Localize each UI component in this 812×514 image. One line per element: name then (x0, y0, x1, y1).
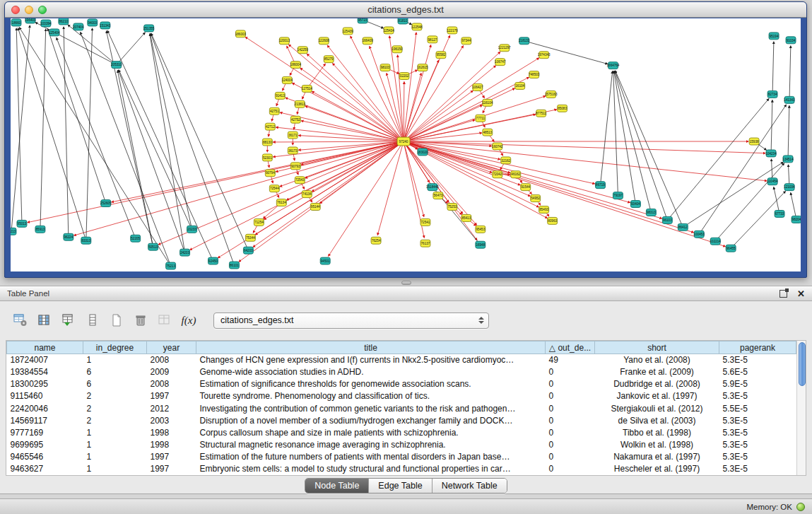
graph-node[interactable]: 82734 (767, 90, 777, 98)
graph-node[interactable]: 72543 (295, 177, 305, 184)
table-row[interactable]: 911546021997Tourette syndrome. Phenomeno… (7, 390, 796, 402)
table-vertical-scrollbar[interactable] (796, 341, 806, 475)
graph-node[interactable]: 85279 (324, 56, 334, 63)
scrollbar-thumb[interactable] (799, 342, 806, 386)
graph-node[interactable]: 1221297 (498, 45, 511, 52)
graph-node[interactable]: 48513 (483, 129, 493, 136)
graph-node[interactable]: 42712 (265, 123, 275, 130)
graph-node[interactable]: 94003 (88, 19, 98, 26)
graph-node[interactable]: 218133 (519, 37, 530, 45)
graph-node[interactable]: 32162 (501, 157, 511, 164)
graph-node[interactable]: 120013 (279, 37, 290, 45)
graph-node[interactable]: 79197 (613, 192, 623, 199)
graph-node[interactable]: 186004 (290, 62, 302, 69)
graph-node[interactable]: 98103 (380, 64, 390, 71)
graph-node[interactable]: 90794 (265, 170, 275, 177)
import-table-icon[interactable] (58, 311, 79, 329)
table-row[interactable]: 977716911998Corpus callosum shape and si… (7, 426, 796, 438)
graph-node[interactable]: 36171 (288, 132, 298, 139)
graph-node[interactable]: 52301 (262, 154, 272, 161)
graph-node[interactable]: 141343 (784, 96, 795, 103)
graph-node[interactable]: 93404 (630, 201, 640, 208)
graph-node[interactable]: 125439 (342, 28, 353, 35)
graph-node[interactable]: 64203 (243, 247, 253, 254)
graph-node[interactable]: 42751 (269, 107, 279, 115)
graph-node[interactable]: 95144 (310, 204, 320, 211)
graph-node[interactable]: 92450 (208, 257, 218, 264)
graph-node[interactable]: 97240 (397, 137, 410, 146)
column-header-name[interactable]: name (7, 341, 83, 354)
graph-node[interactable]: 20233 (187, 226, 197, 233)
graph-node[interactable]: 97344 (461, 37, 471, 45)
graph-node[interactable]: 75213 (166, 262, 176, 269)
delete-rows-icon[interactable] (130, 311, 151, 329)
graph-node[interactable]: 106747 (495, 59, 506, 66)
graph-node[interactable]: 75253 (447, 204, 457, 211)
graph-node[interactable]: 70213 (11, 228, 16, 235)
graph-node[interactable]: 122548 (411, 23, 423, 30)
graph-node[interactable]: 86101 (229, 262, 239, 269)
graph-node[interactable]: 95194 (769, 33, 779, 40)
graph-node[interactable]: 162615 (417, 64, 428, 71)
graph-node[interactable]: 72544 (269, 185, 279, 192)
graph-node[interactable]: 71254 (254, 218, 264, 226)
window-titlebar[interactable]: citations_edges.txt (5, 2, 806, 18)
table-row[interactable]: 946554611997Estimation of the future num… (7, 451, 796, 463)
graph-node[interactable]: 151343 (100, 22, 111, 29)
graph-node[interactable]: 134514 (782, 156, 794, 163)
row-height-icon[interactable] (82, 311, 103, 329)
graph-node[interactable]: 83313 (81, 237, 91, 244)
graph-node[interactable]: 183020 (417, 148, 428, 156)
network-canvas[interactable]: 9724018600312001314225912260885279125439… (11, 18, 801, 271)
graph-node[interactable]: 95453 (476, 226, 486, 233)
graph-node[interactable]: 67733 (775, 210, 784, 217)
column-header-title[interactable]: title (196, 341, 546, 354)
graph-node[interactable]: 94501 (320, 257, 330, 264)
graph-node[interactable]: 91034 (786, 37, 796, 44)
close-panel-icon[interactable]: ✕ (797, 290, 805, 298)
table-settings-icon[interactable] (10, 311, 31, 329)
graph-node[interactable]: 46162 (511, 171, 521, 178)
graph-node[interactable]: 106427 (472, 83, 483, 90)
graph-node[interactable]: 110454 (767, 178, 778, 185)
graph-node[interactable]: 91413 (275, 92, 285, 99)
graph-node[interactable]: 75344 (245, 234, 255, 241)
graph-node[interactable]: 121034 (784, 184, 795, 191)
graph-node[interactable]: 104234 (765, 150, 777, 157)
graph-node[interactable]: 207404 (73, 23, 84, 30)
tab-edge-table[interactable]: Edge Table (368, 479, 431, 493)
graph-node[interactable]: 100453 (694, 230, 705, 238)
graph-node[interactable]: 1575163 (545, 90, 558, 98)
graph-node[interactable]: 166409 (362, 37, 373, 45)
graph-node[interactable]: 32202 (399, 73, 409, 80)
graph-node[interactable]: 124004 (282, 77, 293, 84)
graph-node[interactable]: 95013 (17, 220, 27, 227)
zoom-window-button[interactable] (38, 6, 47, 14)
graph-node[interactable]: 102214 (710, 238, 722, 245)
graph-node[interactable]: 16104 (515, 82, 525, 89)
graph-node[interactable]: 81810 (398, 18, 408, 24)
graph-node[interactable]: 252605 (100, 200, 112, 207)
graph-node[interactable]: 160742 (492, 143, 503, 150)
graph-node[interactable]: 142259 (298, 47, 309, 54)
column-header-out_de[interactable]: △ out_de... (546, 341, 595, 354)
graph-node[interactable]: 1518445 (426, 184, 439, 191)
graph-node[interactable]: 196150 (392, 46, 403, 53)
graph-node[interactable]: 76254 (371, 237, 381, 244)
graph-node[interactable]: 122179 (447, 27, 458, 34)
graph-node[interactable]: 52205 (131, 235, 141, 242)
graph-node[interactable]: 96455 (726, 245, 736, 252)
graph-node[interactable]: 86210 (59, 18, 69, 25)
graph-node[interactable]: 86719 (596, 182, 606, 189)
graph-node[interactable]: 186003 (235, 30, 247, 37)
graph-node[interactable]: 98127 (428, 36, 437, 43)
table-row[interactable]: 1830029562008Estimation of significance … (7, 378, 796, 390)
float-panel-icon[interactable] (779, 290, 787, 298)
column-header-pagerank[interactable]: pagerank (719, 341, 796, 354)
graph-node[interactable]: 125434 (383, 27, 394, 34)
graph-node[interactable]: 77711 (476, 115, 486, 122)
graph-node[interactable]: 1974343 (538, 52, 551, 59)
graph-node[interactable]: 42752 (290, 116, 300, 123)
table-row[interactable]: 1938455462009Genome-wide association stu… (7, 366, 796, 378)
graph-node[interactable]: 74134 (302, 191, 312, 198)
